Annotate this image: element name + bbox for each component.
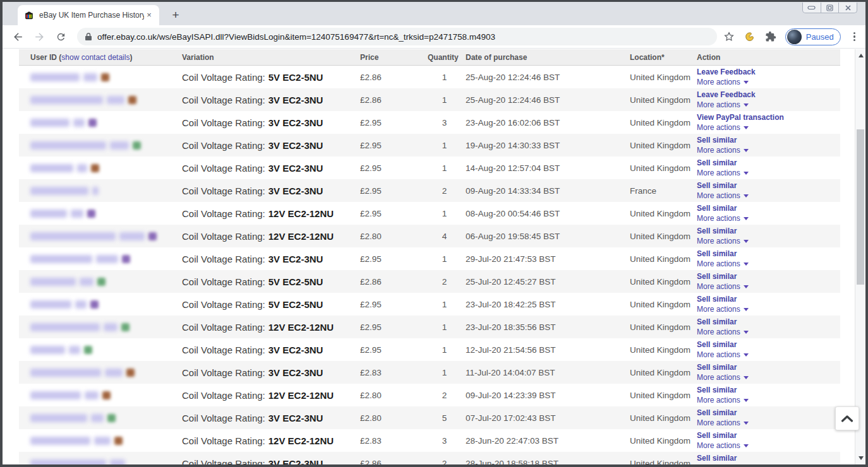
more-actions-link[interactable]: More actions [697, 305, 749, 314]
more-actions-link[interactable]: More actions [697, 123, 749, 132]
price-cell: £2.95 [360, 202, 423, 225]
user-id-redacted[interactable] [19, 293, 182, 316]
user-id-redacted[interactable] [19, 429, 182, 452]
scrollbar-up-arrow-icon[interactable] [855, 50, 865, 61]
profile-avatar [787, 30, 802, 44]
scrollbar-down-arrow-icon[interactable] [855, 453, 865, 463]
new-tab-button[interactable]: + [168, 8, 183, 23]
primary-action-link[interactable]: Sell similar [697, 454, 737, 463]
primary-action-link[interactable]: Sell similar [697, 408, 737, 417]
reload-button[interactable] [52, 28, 69, 45]
table-row: Coil Voltage Rating:5V EC2-5NU £2.86 2 2… [19, 270, 840, 293]
primary-action-link[interactable]: Sell similar [697, 317, 737, 326]
more-actions-link[interactable]: More actions [697, 168, 749, 177]
bookmark-star-icon[interactable] [723, 31, 735, 42]
user-id-redacted[interactable] [19, 338, 182, 361]
quantity-cell: 1 [423, 338, 466, 361]
user-id-redacted[interactable] [19, 406, 182, 429]
scroll-to-top-button[interactable] [835, 406, 859, 430]
scrollbar-thumb[interactable] [857, 129, 864, 285]
primary-action-link[interactable]: Sell similar [697, 295, 737, 304]
user-id-redacted[interactable] [19, 157, 182, 179]
more-actions-link[interactable]: More actions [697, 418, 749, 427]
user-id-redacted[interactable] [19, 270, 182, 293]
more-actions-link[interactable]: More actions [697, 396, 749, 405]
location-cell: United Kingdom [630, 134, 697, 157]
more-actions-link[interactable]: More actions [697, 328, 749, 336]
feedback-star-icon [87, 210, 95, 218]
minimize-button[interactable] [803, 3, 821, 13]
primary-action-link[interactable]: Leave Feedback [697, 68, 756, 76]
extensions-puzzle-icon[interactable] [765, 31, 776, 42]
more-actions-link[interactable]: More actions [697, 441, 749, 450]
show-contact-details-link[interactable]: show contact details [61, 53, 130, 62]
feedback-star-icon [91, 164, 99, 172]
more-actions-link[interactable]: More actions [697, 100, 749, 109]
more-actions-link[interactable]: More actions [697, 373, 749, 382]
user-id-redacted[interactable] [19, 134, 182, 157]
maximize-button[interactable] [821, 3, 840, 13]
profile-sync-paused-button[interactable]: Paused [785, 28, 841, 45]
redacted-feedback-count [110, 459, 125, 465]
more-actions-link[interactable]: More actions [697, 191, 749, 200]
primary-action-link[interactable]: Sell similar [697, 249, 737, 258]
primary-action-link[interactable]: Sell similar [697, 136, 737, 145]
more-actions-link[interactable]: More actions [697, 78, 749, 86]
action-cell: Sell similar More actions [697, 202, 840, 225]
user-id-redacted[interactable] [19, 66, 182, 88]
redacted-feedback-count [85, 391, 99, 399]
more-actions-link[interactable]: More actions [697, 146, 749, 155]
page-content: User ID (show contact details) Variation… [3, 49, 865, 464]
more-actions-link[interactable]: More actions [697, 214, 749, 223]
forward-button[interactable] [30, 28, 48, 45]
quantity-cell: 2 [423, 179, 466, 202]
more-actions-link[interactable]: More actions [697, 237, 749, 245]
primary-action-link[interactable]: Sell similar [697, 431, 737, 440]
close-window-button[interactable] [839, 3, 857, 13]
location-cell: United Kingdom [630, 111, 697, 134]
user-id-redacted[interactable] [19, 384, 182, 406]
back-button[interactable] [9, 28, 27, 45]
user-id-redacted[interactable] [19, 225, 182, 247]
table-row: Coil Voltage Rating:12V EC2-12NU £2.95 1… [19, 316, 840, 338]
action-cell: Leave Feedback More actions [697, 66, 840, 88]
table-row: Coil Voltage Rating:3V EC2-3NU £2.95 1 1… [19, 338, 840, 361]
user-id-redacted[interactable] [19, 88, 182, 111]
user-id-redacted[interactable] [19, 202, 182, 225]
user-id-redacted[interactable] [19, 111, 182, 134]
primary-action-link[interactable]: Sell similar [697, 340, 737, 349]
primary-action-link[interactable]: Sell similar [697, 204, 737, 213]
redacted-feedback-count [110, 141, 129, 150]
chevron-down-icon [744, 240, 749, 243]
user-id-redacted[interactable] [19, 316, 182, 338]
primary-action-link[interactable]: View PayPal transaction [697, 113, 784, 122]
table-row: Coil Voltage Rating:3V EC2-3NU £2.95 3 2… [19, 111, 840, 134]
date-cell: 29-Jul-20 21:47:53 BST [466, 247, 630, 270]
quantity-cell: 2 [423, 384, 466, 406]
active-tab[interactable]: eBay UK Item Purchase History × [18, 5, 159, 25]
redacted-username [30, 323, 100, 331]
primary-action-link[interactable]: Leave Feedback [697, 90, 756, 99]
tab-close-icon[interactable]: × [144, 10, 154, 20]
quantity-cell: 3 [423, 429, 466, 452]
hand-extension-icon[interactable] [744, 30, 756, 43]
primary-action-link[interactable]: Sell similar [697, 386, 737, 394]
primary-action-link[interactable]: Sell similar [697, 363, 737, 372]
redacted-username [30, 278, 76, 286]
user-id-redacted[interactable] [19, 452, 182, 464]
user-id-redacted[interactable] [19, 247, 182, 270]
user-id-redacted[interactable] [19, 179, 182, 202]
more-actions-link[interactable]: More actions [697, 350, 749, 359]
more-actions-link[interactable]: More actions [697, 282, 749, 291]
address-bar[interactable]: offer.ebay.co.uk/ws/eBayISAPI.dll?ViewBi… [77, 28, 717, 45]
toolbar-right-icons: Paused [723, 28, 859, 45]
user-id-redacted[interactable] [19, 361, 182, 384]
primary-action-link[interactable]: Sell similar [697, 181, 737, 190]
primary-action-link[interactable]: Sell similar [697, 272, 737, 281]
vertical-scrollbar[interactable] [855, 49, 865, 464]
chrome-menu-button[interactable] [850, 30, 859, 44]
price-cell: £2.80 [360, 225, 423, 247]
more-actions-link[interactable]: More actions [697, 259, 749, 268]
primary-action-link[interactable]: Sell similar [697, 158, 737, 167]
primary-action-link[interactable]: Sell similar [697, 227, 737, 235]
